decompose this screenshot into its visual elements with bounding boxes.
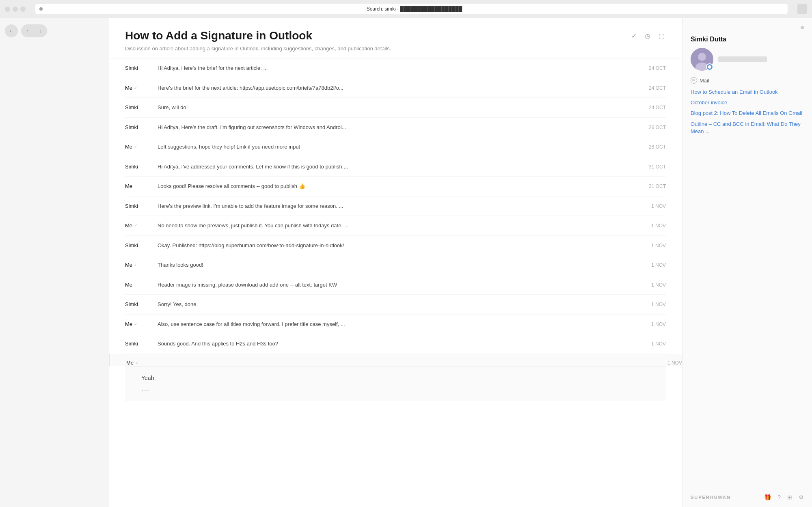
table-row[interactable]: Me✓ Here's the brief for the next articl… <box>125 78 666 98</box>
message-body: Thanks looks good! <box>158 261 637 269</box>
avatar-wrapper <box>691 48 713 71</box>
sender-check-icon: ✓ <box>134 263 137 267</box>
help-icon[interactable]: ? <box>777 494 781 501</box>
thread-subtitle: Discussion on article about adding a sig… <box>125 45 666 52</box>
related-items-container: How to Schedule an Email in OutlookOctob… <box>691 88 804 135</box>
table-row[interactable]: Simki Sounds good. And this applies to H… <box>125 334 666 354</box>
settings-icon[interactable]: ⚙ <box>799 494 804 501</box>
traffic-light-close[interactable] <box>5 6 10 12</box>
table-row[interactable]: Simki Here's the preview link. I'm unabl… <box>125 196 666 216</box>
message-time: 26 OCT <box>637 125 666 130</box>
thread-header: How to Add a Signature in Outlook ✓ ◷ ⬚ … <box>109 18 682 58</box>
table-row[interactable]: Me Looks good! Please resolve all commen… <box>125 177 666 196</box>
message-sender: Simki <box>125 124 158 130</box>
message-time: 1 NOV <box>637 203 666 209</box>
traffic-lights <box>5 6 26 12</box>
message-time: 1 NOV <box>637 223 666 229</box>
message-time: 1 NOV <box>637 302 666 307</box>
clock-action-icon[interactable]: ◷ <box>643 31 652 40</box>
message-time: 1 NOV <box>637 243 666 248</box>
message-time: 24 OCT <box>637 85 666 91</box>
message-sender: Me <box>125 282 158 288</box>
check-action-icon[interactable]: ✓ <box>629 31 638 40</box>
message-sender: Simki <box>125 341 158 347</box>
table-row[interactable]: Simki Hi Aditya, Here's the draft. I'm f… <box>125 118 666 138</box>
table-row[interactable]: Simki Hi Aditya, Here's the brief for th… <box>125 58 666 78</box>
message-sender: Simki <box>125 301 158 307</box>
sidebar-indicator-dot <box>801 26 804 29</box>
table-row[interactable]: Me Header image is missing, please downl… <box>125 275 666 295</box>
related-item[interactable]: Blog post 2: How To Delete All Emails On… <box>691 110 804 117</box>
mail-label-row: ✉ Mail <box>691 77 804 84</box>
related-item[interactable]: Outline – CC and BCC in Email: What Do T… <box>691 121 804 135</box>
contact-name: Simki Dutta <box>691 36 726 43</box>
message-time: 24 OCT <box>637 105 666 110</box>
message-body: Sorry! Yes, done. <box>158 300 637 309</box>
table-row[interactable]: Me✓ No need to show me previews, just pu… <box>125 216 666 236</box>
sender-check-icon: ✓ <box>134 145 137 149</box>
message-body: Okay. Published: https://blog.superhuman… <box>158 242 637 250</box>
message-body: Hi Aditya, Here's the draft. I'm figurin… <box>158 123 637 132</box>
sidebar-footer: SUPERHUMAN 🎁 ? ⊞ ⚙ <box>682 488 812 507</box>
message-body: Header image is missing, please download… <box>158 281 637 289</box>
mail-section: ✉ Mail How to Schedule an Email in Outlo… <box>682 77 812 138</box>
table-row[interactable]: Me✓ Also, use sentence case for all titl… <box>125 315 666 334</box>
table-row[interactable]: Simki Sorry! Yes, done. 1 NOV <box>125 295 666 315</box>
table-row[interactable]: Me✓ Thanks looks good! 1 NOV <box>125 255 666 275</box>
message-time: 28 OCT <box>637 144 666 150</box>
table-row[interactable]: Me✓ Left suggestions, hope they help! Lm… <box>125 137 666 157</box>
preview-dots: ... <box>141 384 650 393</box>
mail-icon: ✉ <box>691 77 697 84</box>
table-row[interactable]: Simki Sure, will do! 24 OCT <box>125 98 666 118</box>
traffic-light-minimize[interactable] <box>13 6 18 12</box>
message-body: Sounds good. And this applies to H2s and… <box>158 340 637 348</box>
contact-row <box>691 48 767 71</box>
table-row[interactable]: Simki Hi Aditya, I've addressed your com… <box>125 157 666 177</box>
message-time: 1 NOV <box>637 262 666 268</box>
address-bar[interactable]: Search: simki - ██████████████████ <box>35 4 788 14</box>
thread-title: How to Add a Signature in Outlook <box>125 29 623 42</box>
sender-check-icon: ✓ <box>135 360 138 365</box>
toolbar-right[interactable] <box>797 4 807 14</box>
message-body: Looks good! Please resolve all comments … <box>158 182 637 190</box>
message-time: 31 OCT <box>637 164 666 170</box>
related-item[interactable]: How to Schedule an Email in Outlook <box>691 88 804 96</box>
superhuman-logo: SUPERHUMAN <box>691 495 731 500</box>
avatar-badge <box>706 63 713 71</box>
message-time: 1 NOV <box>637 341 666 347</box>
messages-list[interactable]: Simki Hi Aditya, Here's the brief for th… <box>109 58 682 507</box>
message-time: 31 OCT <box>637 183 666 189</box>
traffic-light-maximize[interactable] <box>20 6 26 12</box>
message-body: Hi Aditya, Here's the brief for the next… <box>158 64 637 72</box>
gift-icon[interactable]: 🎁 <box>764 494 771 501</box>
message-body: Here's the brief for the next article: h… <box>158 84 637 92</box>
table-row[interactable]: Simki Okay. Published: https://blog.supe… <box>125 236 666 256</box>
back-button[interactable]: ← <box>5 24 18 37</box>
footer-icons: 🎁 ? ⊞ ⚙ <box>764 494 804 501</box>
nav-down-button[interactable]: ↓ <box>34 24 47 37</box>
archive-action-icon[interactable]: ⬚ <box>657 31 666 40</box>
message-time: 1 NOV <box>637 321 666 327</box>
nav-up-button[interactable]: ↑ <box>21 24 34 37</box>
contact-email-blurred <box>718 56 767 62</box>
nav-buttons: ← ↑ ↓ <box>5 24 104 37</box>
table-row[interactable]: Me✓ 1 NOV <box>109 354 682 366</box>
message-sender: Me✓ <box>125 85 158 91</box>
message-body: Also, use sentence case for all titles m… <box>158 320 637 328</box>
left-sidebar: ← ↑ ↓ <box>0 18 109 507</box>
message-sender: Me✓ <box>126 360 159 366</box>
preview-text: Yeah <box>141 375 650 381</box>
message-sender: Me <box>125 183 158 189</box>
main-content: How to Add a Signature in Outlook ✓ ◷ ⬚ … <box>109 18 682 507</box>
message-body: Left suggestions, hope they help! Lmk if… <box>158 143 637 151</box>
message-time: 1 NOV <box>637 282 666 288</box>
message-sender: Simki <box>125 203 158 209</box>
message-body: Hi Aditya, I've addressed your comments.… <box>158 163 637 171</box>
message-sender: Simki <box>125 104 158 110</box>
message-sender: Simki <box>125 242 158 248</box>
related-item[interactable]: October invoice <box>691 99 804 106</box>
grid-icon[interactable]: ⊞ <box>787 494 792 501</box>
message-sender: Me✓ <box>125 144 158 150</box>
message-time: 1 NOV <box>654 360 682 366</box>
message-body: Here's the preview link. I'm unable to a… <box>158 202 637 210</box>
